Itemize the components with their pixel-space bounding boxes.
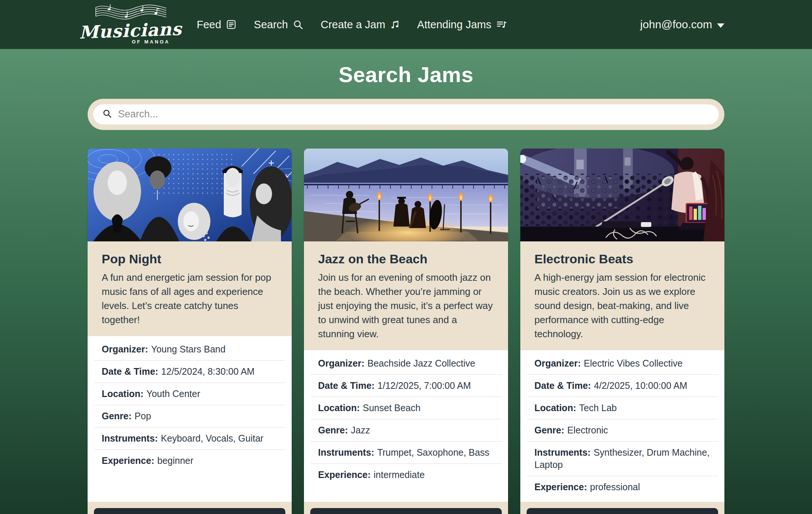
brand-logo[interactable]: Musicians OF MANOA [88,4,174,45]
card-header-jazz-on-the-beach: Jazz on the Beach Join us for an evening… [304,241,508,351]
detail-row-datetime: Date & Time:1/12/2025, 7:00:00 AM [311,375,501,397]
page-title: Search Jams [88,62,724,88]
card-footer: Attend Jam [88,502,292,514]
detail-row-instruments: Instruments:Keyboard, Vocals, Guitar [94,427,285,450]
card-title: Pop Night [102,251,278,267]
search-box [93,104,719,124]
detail-row-experience: Experience:professional [527,476,718,498]
detail-row-instruments: Instruments:Synthesizer, Drum Machine, L… [527,442,718,476]
music-note-icon [390,19,400,30]
main-content: Search Jams [88,62,724,514]
card-description: Join us for an evening of smooth jazz on… [318,271,494,341]
search-input-icon [102,108,112,120]
card-description: A fun and energetic jam session for pop … [102,271,278,327]
feed-icon [226,19,237,30]
jam-card-jazz-on-the-beach: Jazz on the Beach Join us for an evening… [304,149,508,514]
account-email: john@foo.com [640,18,712,31]
jam-card-pop-night: Pop Night A fun and energetic jam sessio… [88,149,292,514]
brand-name: Musicians [79,20,183,42]
nav-item-search[interactable]: Search [254,19,304,31]
detail-row-organizer: Organizer:Electric Vibes Collective [527,352,718,375]
detail-row-location: Location:Tech Lab [527,397,718,419]
nav-feed-label: Feed [197,19,221,31]
nav-item-attending-jams[interactable]: Attending Jams [417,19,507,31]
search-input[interactable] [117,108,710,120]
detail-row-genre: Genre:Jazz [311,419,501,442]
attend-jam-button[interactable]: Attend Jam [94,508,285,514]
card-header-electronic-beats: Electronic Beats A high-energy jam sessi… [520,241,724,351]
detail-row-datetime: Date & Time:12/5/2024, 8:30:00 AM [94,361,285,383]
detail-row-organizer: Organizer:Young Stars Band [94,338,285,361]
nav-item-create-a-jam[interactable]: Create a Jam [321,19,400,31]
card-details-jazz-on-the-beach: Organizer:Beachside Jazz Collective Date… [304,350,508,502]
nav-search-label: Search [254,19,288,31]
nav-item-feed[interactable]: Feed [197,19,237,31]
card-image-beach-jazz-at-dusk [304,149,508,241]
card-title: Jazz on the Beach [318,251,494,267]
card-description: A high-energy jam session for electronic… [534,271,710,341]
nav-attending-jams-label: Attending Jams [417,19,491,31]
attend-jam-button[interactable]: Attend Jam [310,508,502,514]
detail-row-experience: Experience:beginner [94,450,285,472]
detail-row-location: Location:Youth Center [94,383,285,405]
nav-create-jam-label: Create a Jam [321,19,385,31]
main-nav: Feed Search Create a Jam [197,19,507,31]
detail-row-datetime: Date & Time:4/2/2025, 10:00:00 AM [527,375,718,397]
card-header-pop-night: Pop Night A fun and energetic jam sessio… [88,241,292,336]
account-menu[interactable]: john@foo.com [640,18,724,31]
detail-row-location: Location:Sunset Beach [311,397,501,419]
detail-row-organizer: Organizer:Beachside Jazz Collective [311,352,501,375]
topbar-container: Musicians OF MANOA Feed Search [88,4,724,45]
detail-row-genre: Genre:Pop [94,405,285,427]
card-image-electronic-concert-crowd [520,149,724,241]
card-details-electronic-beats: Organizer:Electric Vibes Collective Date… [520,350,724,502]
caret-down-icon [717,23,724,28]
card-title: Electronic Beats [534,251,710,267]
search-bar-container [88,99,724,130]
card-image-pop-artists-collage [88,149,292,241]
playlist-icon [496,19,507,30]
card-footer: Attend Jam [520,502,724,514]
detail-row-instruments: Instruments:Trumpet, Saxophone, Bass [311,442,501,464]
search-icon [292,19,304,30]
attend-jam-button[interactable]: Attend Jam [527,508,718,514]
jam-card-electronic-beats: Electronic Beats A high-energy jam sessi… [520,149,724,514]
detail-row-experience: Experience:intermediate [311,464,501,486]
top-navigation-bar: Musicians OF MANOA Feed Search [0,0,812,49]
detail-row-genre: Genre:Electronic [527,419,718,442]
card-footer: Attend Jam [304,502,508,514]
jam-cards-grid: Pop Night A fun and energetic jam sessio… [88,149,724,514]
card-details-pop-night: Organizer:Young Stars Band Date & Time:1… [88,336,292,502]
